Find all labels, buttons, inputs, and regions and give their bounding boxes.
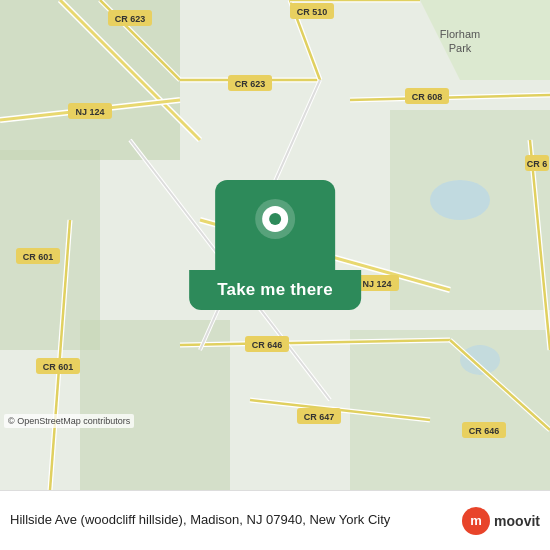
svg-rect-5 [350, 330, 550, 490]
svg-point-8 [460, 345, 500, 375]
address-text: Hillside Ave (woodcliff hillside), Madis… [10, 511, 452, 529]
moovit-logo: m moovit [462, 507, 540, 535]
svg-text:Park: Park [449, 42, 472, 54]
take-me-there-button[interactable]: Take me there [189, 270, 361, 310]
moovit-icon: m [462, 507, 490, 535]
svg-text:CR 646: CR 646 [469, 426, 500, 436]
bottom-bar: Hillside Ave (woodcliff hillside), Madis… [0, 490, 550, 550]
location-pin-icon [253, 199, 297, 251]
svg-text:CR 647: CR 647 [304, 412, 335, 422]
svg-text:CR 510: CR 510 [297, 7, 328, 17]
svg-text:CR 623: CR 623 [115, 14, 146, 24]
pin-background [215, 180, 335, 270]
attribution-text: © OpenStreetMap contributors [8, 416, 130, 426]
moovit-text: moovit [494, 513, 540, 529]
svg-text:NJ 124: NJ 124 [75, 107, 104, 117]
svg-text:CR 6: CR 6 [527, 159, 548, 169]
svg-text:CR 608: CR 608 [412, 92, 443, 102]
take-me-there-overlay: Take me there [189, 180, 361, 310]
svg-text:CR 623: CR 623 [235, 79, 266, 89]
svg-point-7 [430, 180, 490, 220]
map-attribution: © OpenStreetMap contributors [4, 414, 134, 428]
svg-text:NJ 124: NJ 124 [362, 279, 391, 289]
map-container: CR 623 CR 510 NJ 124 CR 623 CR 608 CR 60… [0, 0, 550, 490]
svg-text:CR 601: CR 601 [43, 362, 74, 372]
svg-text:CR 601: CR 601 [23, 252, 54, 262]
svg-text:CR 646: CR 646 [252, 340, 283, 350]
svg-rect-1 [0, 0, 180, 160]
svg-text:Florham: Florham [440, 28, 480, 40]
